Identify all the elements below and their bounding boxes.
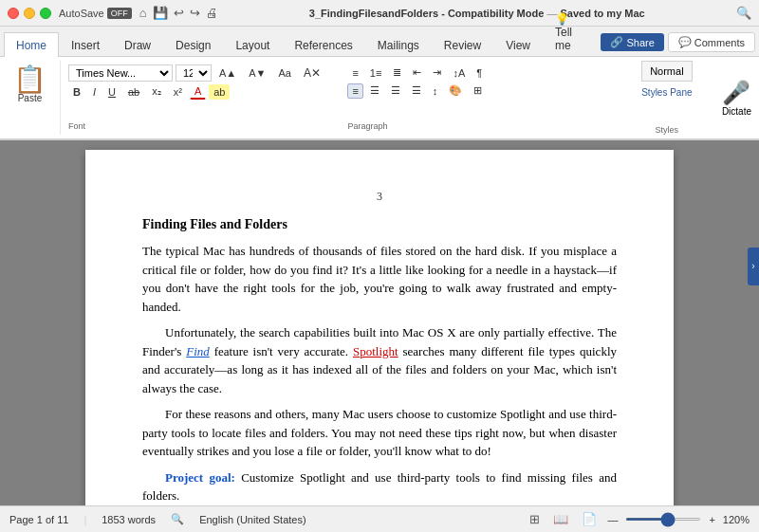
tab-view[interactable]: View (493, 32, 543, 57)
comment-icon: 💬 (678, 36, 692, 48)
share-icon: 🔗 (610, 36, 623, 48)
bullet-list-btn[interactable]: ≡ (347, 65, 362, 81)
maximize-button[interactable] (40, 8, 51, 19)
share-button[interactable]: 🔗 Share (601, 33, 663, 51)
traffic-lights (8, 8, 51, 19)
increase-indent-btn[interactable]: ⇥ (428, 64, 446, 81)
zoom-slider[interactable] (625, 518, 701, 521)
tab-design[interactable]: Design (163, 32, 223, 57)
sort-btn[interactable]: ↕A (448, 65, 470, 81)
document-wrapper: 3 Finding Files and Folders The typical … (0, 140, 759, 505)
align-left-btn[interactable]: ≡ (347, 83, 362, 99)
autosave-indicator: AutoSave OFF (59, 8, 132, 19)
font-color-btn[interactable]: A (190, 83, 206, 100)
paste-button[interactable]: 📋 Paste (6, 63, 54, 107)
layout-view-btn[interactable]: ⊞ (527, 511, 543, 527)
search-icon[interactable]: 🔍 (736, 6, 751, 20)
italic-button[interactable]: I (88, 84, 101, 100)
zoom-level[interactable]: 120% (723, 514, 750, 525)
multilevel-list-btn[interactable]: ≣ (388, 64, 406, 81)
language[interactable]: English (United States) (199, 514, 306, 525)
status-right: ⊞ 📖 📄 — + 120% (527, 511, 750, 527)
redo-icon[interactable]: ↪ (190, 6, 200, 20)
spotlight-link[interactable]: Spotlight (353, 344, 398, 358)
tab-home[interactable]: Home (4, 32, 59, 57)
autosave-badge[interactable]: OFF (107, 8, 132, 19)
tab-insert[interactable]: Insert (59, 32, 112, 57)
styles-group: Normal Styles Pane Styles (620, 61, 714, 135)
strikethrough-btn[interactable]: ab (123, 84, 144, 100)
tab-review[interactable]: Review (432, 32, 493, 57)
undo-icon[interactable]: ↩ (174, 6, 184, 20)
align-right-btn[interactable]: ☰ (386, 83, 405, 99)
tab-tell-me[interactable]: 💡 Tell me (543, 6, 601, 57)
read-view-btn[interactable]: 📖 (550, 511, 571, 527)
paragraph-2: Unfortunately, the search capabilities b… (142, 323, 617, 397)
paragraph-group: ≡ 1≡ ≣ ⇤ ⇥ ↕A ¶ ≡ ☰ ☰ ☰ ↕ 🎨 ⊞ Paragraph (340, 61, 619, 135)
align-center-btn[interactable]: ☰ (365, 83, 384, 99)
numbered-list-btn[interactable]: 1≡ (365, 65, 387, 81)
page-info: Page 1 of 11 (9, 514, 68, 525)
line-spacing-btn[interactable]: ↕ (428, 83, 443, 99)
status-bar: Page 1 of 11 | 1853 words 🔍 English (Uni… (0, 505, 759, 532)
close-button[interactable] (8, 8, 19, 19)
font-case-btn[interactable]: Aa (273, 65, 295, 81)
fill-color-btn[interactable]: 🎨 (444, 83, 467, 99)
find-link[interactable]: Find (186, 344, 210, 358)
home-icon[interactable]: ⌂ (139, 6, 147, 20)
zoom-minus[interactable]: — (607, 514, 618, 525)
ribbon-toolbar: 📋 Paste Times New... 12 A▲ A▼ Aa A✕ B I … (0, 57, 759, 140)
ribbon-right-actions: 🔗 Share 💬 Comments (601, 32, 755, 56)
print-icon[interactable]: 🖨 (206, 6, 218, 20)
zoom-plus[interactable]: + (709, 514, 714, 525)
page-number-top: 3 (142, 188, 617, 205)
dictate-group: 🎤 Dictate (714, 61, 759, 135)
show-marks-btn[interactable]: ¶ (472, 65, 487, 81)
paste-label: Paste (18, 93, 43, 103)
styles-gallery-button[interactable]: Normal (641, 61, 692, 82)
paragraph-1: The typical Mac has hundreds of thousand… (142, 242, 617, 316)
title-bar: AutoSave OFF ⌂ 💾 ↩ ↪ 🖨 3_FindingFilesand… (0, 0, 759, 27)
superscript-btn[interactable]: x² (169, 84, 187, 100)
bold-button[interactable]: B (68, 84, 85, 100)
decrease-font-btn[interactable]: A▼ (244, 65, 270, 81)
toolbar-icons: ⌂ 💾 ↩ ↪ 🖨 (139, 6, 218, 20)
font-group-label: Font (68, 119, 85, 131)
proofing-icon[interactable]: 🔍 (171, 513, 184, 525)
font-name-select[interactable]: Times New... (68, 64, 173, 82)
comments-button[interactable]: 💬 Comments (668, 32, 755, 52)
paragraph-group-label: Paragraph (347, 119, 387, 131)
save-icon[interactable]: 💾 (153, 6, 168, 20)
tab-layout[interactable]: Layout (223, 32, 282, 57)
heading-finding-files: Finding Files and Folders (142, 214, 617, 234)
dictate-icon: 🎤 (722, 80, 750, 106)
word-count: 1853 words (102, 514, 156, 525)
paragraph-project-goal: Project goal: Customize Spotlight and us… (142, 468, 617, 505)
project-goal-label: Project goal: (165, 470, 235, 485)
increase-font-btn[interactable]: A▲ (214, 65, 241, 81)
underline-button[interactable]: U (103, 84, 120, 100)
styles-group-label: Styles (656, 123, 679, 135)
highlight-btn[interactable]: ab (209, 84, 230, 100)
paragraph-3: For these reasons and others, many Mac u… (142, 405, 617, 461)
tab-mailings[interactable]: Mailings (365, 32, 432, 57)
sidebar-collapse-handle[interactable]: › (748, 248, 759, 285)
decrease-indent-btn[interactable]: ⇤ (408, 64, 426, 81)
tab-references[interactable]: References (282, 32, 364, 57)
clear-format-btn[interactable]: A✕ (299, 64, 325, 82)
font-size-select[interactable]: 12 (176, 64, 212, 82)
dictate-label[interactable]: Dictate (722, 106, 751, 117)
borders-btn[interactable]: ⊞ (469, 83, 487, 99)
styles-pane-button[interactable]: Styles Pane (638, 85, 695, 100)
paste-group: 📋 Paste (0, 61, 61, 135)
tab-draw[interactable]: Draw (112, 32, 163, 57)
minimize-button[interactable] (24, 8, 35, 19)
font-group: Times New... 12 A▲ A▼ Aa A✕ B I U ab x₂ … (61, 61, 340, 135)
document-page[interactable]: 3 Finding Files and Folders The typical … (85, 150, 674, 505)
ribbon-tabs: Home Insert Draw Design Layout Reference… (0, 27, 759, 57)
justify-btn[interactable]: ☰ (407, 83, 426, 99)
paste-icon: 📋 (13, 66, 46, 93)
document-title: 3_FindingFilesandFolders - Compatibility… (226, 8, 729, 19)
subscript-btn[interactable]: x₂ (147, 83, 166, 100)
print-layout-btn[interactable]: 📄 (579, 511, 600, 527)
